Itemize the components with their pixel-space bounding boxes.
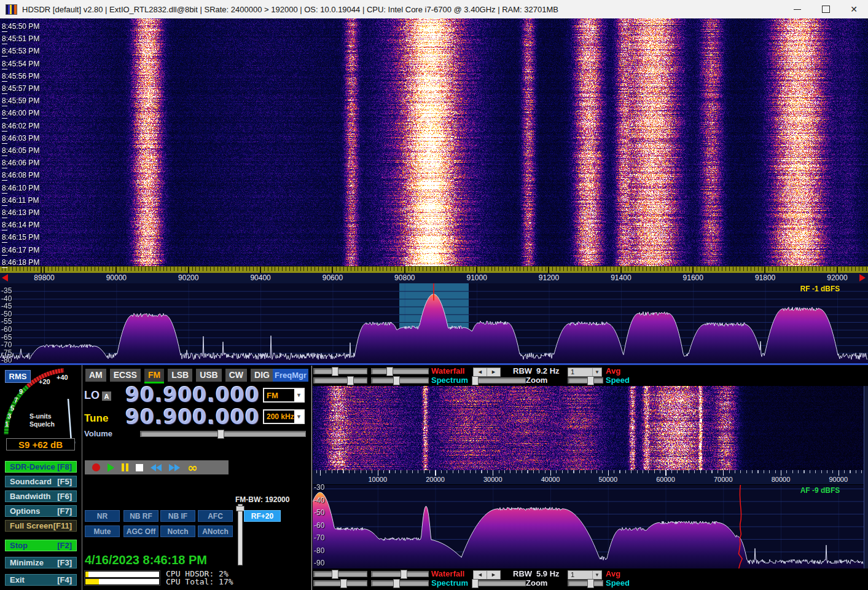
rf-gain-button[interactable]: RF+20 [244,510,281,522]
tab-dig[interactable]: DIG [251,369,273,382]
rf-spectrum-display[interactable] [0,283,868,363]
af-waterfall-display[interactable] [313,386,864,470]
rf-waterfall-display[interactable] [0,18,868,266]
smeter-needle [68,399,71,442]
lo-auto-button[interactable]: A [102,391,111,401]
tab-ecss[interactable]: ECSS [110,369,141,382]
rf-level-readout: RF -1 dBFS [780,285,860,293]
cpu-total-text: CPU Total: 17% [166,577,233,586]
menu-button-full-screen[interactable]: Full Screen[F11] [5,520,77,532]
rf-rbw-increase-button[interactable]: ► [487,368,501,377]
scroll-left-arrow-icon[interactable] [2,274,8,281]
rf-rbw-decrease-button[interactable]: ◄ [473,368,487,377]
fm-bandwidth-slider[interactable] [238,504,243,565]
smeter-green-arc [6,387,28,435]
fm-bandwidth-slider-handle[interactable] [236,506,244,511]
frequency-tick-label: 91000 [455,273,498,282]
menu-button-exit[interactable]: Exit[F4] [5,574,77,586]
menu-button-soundcard[interactable]: Soundcard[F5] [5,476,77,487]
waterfall-timestamp: 8:46:17 PM [2,246,39,254]
af-frequency-ruler[interactable] [313,470,864,476]
af-waterfall-slider-b[interactable] [371,571,429,577]
menu-button-stop[interactable]: Stop[F2] [5,540,77,551]
menu-button-options[interactable]: Options[F7] [5,505,77,517]
menu-button-bandwidth[interactable]: Bandwidth[F6] [5,490,77,502]
rf-waterfall-slider-a[interactable] [313,368,367,374]
frequency-tick-label: 91800 [744,273,787,282]
menu-button-label: Minimize [10,558,44,567]
maximize-button[interactable] [811,0,840,18]
af-frequency-tick-label: 60000 [647,476,684,483]
loop-icon[interactable]: ∞ [187,463,198,472]
minimize-button[interactable] [783,0,811,18]
scroll-right-arrow-icon[interactable] [859,274,866,281]
menu-button-sdr-device[interactable]: SDR-Device[F8] [5,461,77,473]
rf-speed-slider[interactable] [568,377,603,384]
rf-waterfall-slider-b[interactable] [371,368,429,374]
tab-fm[interactable]: FM [144,369,164,382]
tab-lsb[interactable]: LSB [168,369,192,382]
dsp-button-nr[interactable]: NR [85,510,120,522]
minimize-icon [794,9,801,10]
af-db-label: -50 [314,508,324,517]
play-icon[interactable] [108,463,114,472]
tune-frequency-display[interactable]: 90.900.000 [111,407,260,427]
dsp-button-agc-off[interactable]: AGC Off [123,525,158,537]
rf-speed-slider-handle[interactable] [587,376,594,385]
af-waterfall-slider-a[interactable] [313,571,367,577]
af-waterfall-slider-b-handle[interactable] [401,570,407,579]
rms-mode-badge[interactable]: RMS [5,370,31,383]
af-spectrum-display[interactable] [313,485,864,568]
rf-zoom-slider[interactable] [472,377,526,384]
dsp-button-notch[interactable]: Notch [160,525,195,537]
rewind-icon[interactable] [151,464,162,471]
af-spectrum-slider-b-handle[interactable] [393,579,400,588]
af-rbw-increase-button[interactable]: ► [487,570,501,580]
rf-waterfall-slider-b-handle[interactable] [386,367,393,376]
pause-icon[interactable] [122,463,128,471]
rf-spectrum-slider-a[interactable] [313,377,367,384]
lo-frequency-display[interactable]: 90.900.000 [111,385,260,405]
dsp-button-nb-if[interactable]: NB IF [160,510,195,522]
af-frequency-tick-label: 90000 [820,476,857,483]
close-button[interactable]: ✕ [840,0,868,18]
af-speed-slider-handle[interactable] [587,579,594,588]
af-speed-slider[interactable] [568,580,603,586]
dsp-button-nb-rf[interactable]: NB RF [123,510,158,522]
af-rbw-decrease-button[interactable]: ◄ [473,570,487,580]
menu-button-key: [F8] [57,462,72,471]
rf-waterfall-slider-a-handle[interactable] [332,367,338,376]
tab-am[interactable]: AM [85,369,106,382]
af-spectrum-slider-a-handle[interactable] [340,579,347,588]
af-zoom-slider[interactable] [472,580,526,586]
rf-spectrum-slider-b[interactable] [371,377,429,384]
af-spectrum-label: Spectrum [431,578,468,588]
freqmgr-button[interactable]: FreqMgr [273,369,308,382]
bandwidth-select[interactable]: 200 kHz ▼ [263,409,305,424]
dsp-button-mute[interactable]: Mute [85,525,120,537]
fast-forward-icon[interactable] [169,464,180,471]
rf-avg-select[interactable]: 1▼ [568,368,602,377]
chevron-down-icon: ▼ [592,368,601,376]
mode-select[interactable]: FM ▼ [263,388,305,403]
dsp-button-anotch[interactable]: ANotch [198,525,233,537]
volume-slider-handle[interactable] [217,430,224,439]
af-spectrum-slider-b[interactable] [371,580,429,586]
af-zoom-slider-handle[interactable] [472,579,479,588]
rf-zoom-slider-handle[interactable] [472,376,479,385]
scrollbar-strip[interactable] [864,386,868,568]
record-icon[interactable] [92,463,100,471]
tab-cw[interactable]: CW [225,369,247,382]
rf-db-label: -80 [1,356,12,364]
af-waterfall-slider-a-handle[interactable] [332,570,338,579]
rf-waterfall-label: Waterfall [431,366,464,376]
tab-usb[interactable]: USB [196,369,222,382]
af-spectrum-slider-a[interactable] [313,580,367,586]
stop-icon[interactable] [136,464,143,471]
af-avg-select[interactable]: 1▼ [568,570,602,580]
volume-slider[interactable] [140,431,306,437]
menu-button-minimize[interactable]: Minimize[F3] [5,557,77,568]
rf-spectrum-slider-b-handle[interactable] [393,376,400,385]
rf-spectrum-slider-a-handle[interactable] [347,376,354,385]
dsp-button-afc[interactable]: AFC [198,510,233,522]
